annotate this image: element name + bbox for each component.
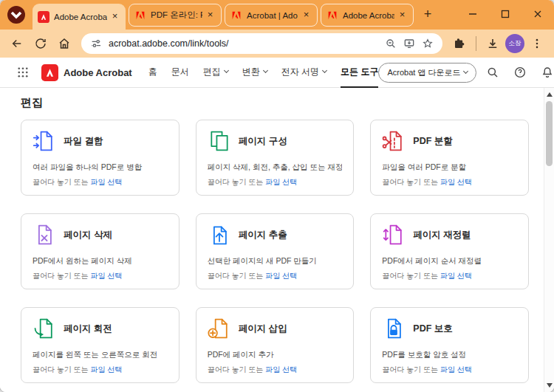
site-nav: 홈 문서 편집 변환 전자 서명 모든 도구 xyxy=(148,58,379,88)
reorder-pages-icon xyxy=(382,223,406,247)
tab-close-icon[interactable]: × xyxy=(205,10,216,21)
new-tab-button[interactable]: + xyxy=(418,5,437,24)
nav-edit[interactable]: 편집 xyxy=(203,58,228,88)
file-select-link[interactable]: 파일 선택 xyxy=(265,365,297,374)
maximize-icon xyxy=(501,10,510,18)
file-select-link[interactable]: 파일 선택 xyxy=(440,272,472,280)
address-bar[interactable]: acrobat.adobe.com/link/tools/ xyxy=(81,33,442,54)
browser-tab[interactable]: Adobe Acroba × xyxy=(321,4,414,27)
extract-pages-icon xyxy=(208,223,231,247)
drop-hint-text: 끌어다 놓기 또는 xyxy=(33,272,89,280)
browser-tab[interactable]: Acrobat | Ado × xyxy=(225,4,318,27)
tool-card-title: 페이지 재정렬 xyxy=(413,229,471,241)
puzzle-icon xyxy=(453,37,466,50)
tool-card-title: 페이지 추출 xyxy=(239,229,287,241)
tab-title: PDF 온라인: PD xyxy=(151,10,202,21)
tab-title: Acrobat | Ado xyxy=(247,11,298,20)
tab-close-icon[interactable]: × xyxy=(109,11,120,22)
nav-convert[interactable]: 변환 xyxy=(242,58,267,88)
tool-card-title: 페이지 삭제 xyxy=(64,229,112,241)
close-icon xyxy=(533,10,542,18)
page-scrollbar[interactable] xyxy=(544,88,554,392)
extensions-button[interactable] xyxy=(448,32,471,55)
file-select-link[interactable]: 파일 선택 xyxy=(91,272,123,280)
reload-button[interactable] xyxy=(30,32,52,55)
install-app-icon[interactable] xyxy=(403,38,415,49)
drop-hint-text: 끌어다 놓기 또는 xyxy=(208,272,264,280)
tool-card-title: PDF 분할 xyxy=(413,135,452,148)
minimize-button[interactable] xyxy=(456,0,489,28)
tool-card-description: 페이지 삭제, 회전, 추출, 삽입 또는 재정렬 xyxy=(208,162,343,171)
file-select-link[interactable]: 파일 선택 xyxy=(91,365,123,374)
chevron-down-icon xyxy=(224,68,229,73)
browser-menu-button[interactable] xyxy=(526,32,548,55)
tool-card-split-pdf[interactable]: PDF 분할 파일을 여러 PDF로 분할 끌어다 놓기 또는파일 선택 xyxy=(370,120,529,196)
close-button[interactable] xyxy=(521,0,554,28)
drop-hint-text: 끌어다 놓기 또는 xyxy=(33,365,89,374)
tool-card-hint: 끌어다 놓기 또는파일 선택 xyxy=(208,365,343,375)
tool-card-organize-pages[interactable]: 페이지 구성 페이지 삭제, 회전, 추출, 삽입 또는 재정렬 끌어다 놓기 … xyxy=(196,120,355,196)
help-icon xyxy=(513,66,527,79)
zoom-out-icon[interactable] xyxy=(385,38,397,49)
nav-documents[interactable]: 문서 xyxy=(171,58,189,88)
minimize-icon xyxy=(468,10,477,18)
nav-esign[interactable]: 전자 서명 xyxy=(281,58,326,88)
file-select-link[interactable]: 파일 선택 xyxy=(91,178,123,186)
tool-card-description: PDF를 보호할 암호 설정 xyxy=(382,350,517,359)
file-select-link[interactable]: 파일 선택 xyxy=(265,178,297,186)
section-title: 편집 xyxy=(21,96,529,110)
tool-card-title: 파일 결합 xyxy=(64,135,103,148)
file-select-link[interactable]: 파일 선택 xyxy=(265,272,297,280)
nav-all-tools[interactable]: 모든 도구 xyxy=(341,58,378,88)
tool-card-rotate-pages[interactable]: 페이지 회전 페이지를 왼쪽 또는 오른쪽으로 회전 끌어다 놓기 또는파일 선… xyxy=(21,307,179,383)
tool-card-delete-pages[interactable]: 페이지 삭제 PDF에서 원하는 페이지 삭제 끌어다 놓기 또는파일 선택 xyxy=(21,213,179,289)
scroll-down-arrow-icon[interactable] xyxy=(547,383,553,388)
scrollbar-thumb[interactable] xyxy=(546,101,553,166)
url-text[interactable]: acrobat.adobe.com/link/tools/ xyxy=(109,38,378,49)
help-button[interactable] xyxy=(509,61,531,83)
tool-card-combine-files[interactable]: 파일 결합 여러 파일을 하나의 PDF로 병합 끌어다 놓기 또는파일 선택 xyxy=(21,120,179,196)
home-icon xyxy=(58,37,71,50)
tab-close-icon[interactable]: × xyxy=(397,10,408,21)
browser-profile-avatar[interactable]: 소장 xyxy=(505,34,524,53)
bookmark-star-icon[interactable] xyxy=(422,38,434,49)
rotate-pages-icon xyxy=(33,317,56,340)
nav-home[interactable]: 홈 xyxy=(148,58,157,88)
scroll-up-arrow-icon[interactable] xyxy=(547,92,553,97)
search-button[interactable] xyxy=(482,61,504,83)
tool-card-title: 페이지 구성 xyxy=(239,135,287,148)
tab-search-button[interactable] xyxy=(7,6,25,24)
browser-tab-active[interactable]: Adobe Acrobat × xyxy=(33,4,126,30)
tool-card-hint: 끌어다 놓기 또는파일 선택 xyxy=(382,271,517,281)
tool-card-reorder-pages[interactable]: 페이지 재정렬 PDF에서 페이지 순서 재정렬 끌어다 놓기 또는파일 선택 xyxy=(370,213,529,289)
chevron-down-icon xyxy=(263,68,268,73)
profile-badge-text: 소장 xyxy=(509,39,521,48)
tool-card-hint: 끌어다 놓기 또는파일 선택 xyxy=(33,271,168,281)
tab-close-icon[interactable]: × xyxy=(301,10,312,21)
notifications-button[interactable] xyxy=(536,61,554,83)
adobe-favicon-icon xyxy=(134,10,146,21)
drop-hint-text: 끌어다 놓기 또는 xyxy=(33,178,89,186)
tool-card-hint: 끌어다 놓기 또는파일 선택 xyxy=(208,271,343,281)
browser-tab[interactable]: PDF 온라인: PD × xyxy=(129,4,222,27)
tool-card-insert-pages[interactable]: 페이지 삽입 PDF에 페이지 추가 끌어다 놓기 또는파일 선택 xyxy=(196,307,355,383)
tool-card-protect-pdf[interactable]: PDF 보호 PDF를 보호할 암호 설정 끌어다 놓기 또는파일 선택 xyxy=(370,307,529,383)
file-select-link[interactable]: 파일 선택 xyxy=(440,178,472,186)
acrobat-favicon-icon xyxy=(38,11,49,23)
browser-toolbar: acrobat.adobe.com/link/tools/ 소장 xyxy=(0,30,554,58)
tool-card-extract-pages[interactable]: 페이지 추출 선택한 페이지의 새 PDF 만들기 끌어다 놓기 또는파일 선택 xyxy=(196,213,355,289)
tool-card-hint: 끌어다 놓기 또는파일 선택 xyxy=(382,365,517,375)
protect-pdf-icon xyxy=(382,317,406,340)
brand-title: Adobe Acrobat xyxy=(64,67,132,78)
back-button[interactable] xyxy=(6,32,28,55)
site-settings-tune-icon[interactable] xyxy=(90,38,102,49)
downloads-button[interactable] xyxy=(482,32,504,55)
tab-title: Adobe Acroba xyxy=(343,11,394,20)
apps-grid-button[interactable] xyxy=(12,61,34,83)
maximize-button[interactable] xyxy=(489,0,521,28)
download-icon xyxy=(486,37,499,50)
tool-card-description: 페이지를 왼쪽 또는 오른쪽으로 회전 xyxy=(33,350,168,359)
download-app-button[interactable]: Acrobat 앱 다운로드 xyxy=(378,63,476,83)
home-button[interactable] xyxy=(53,32,75,55)
file-select-link[interactable]: 파일 선택 xyxy=(440,365,472,374)
